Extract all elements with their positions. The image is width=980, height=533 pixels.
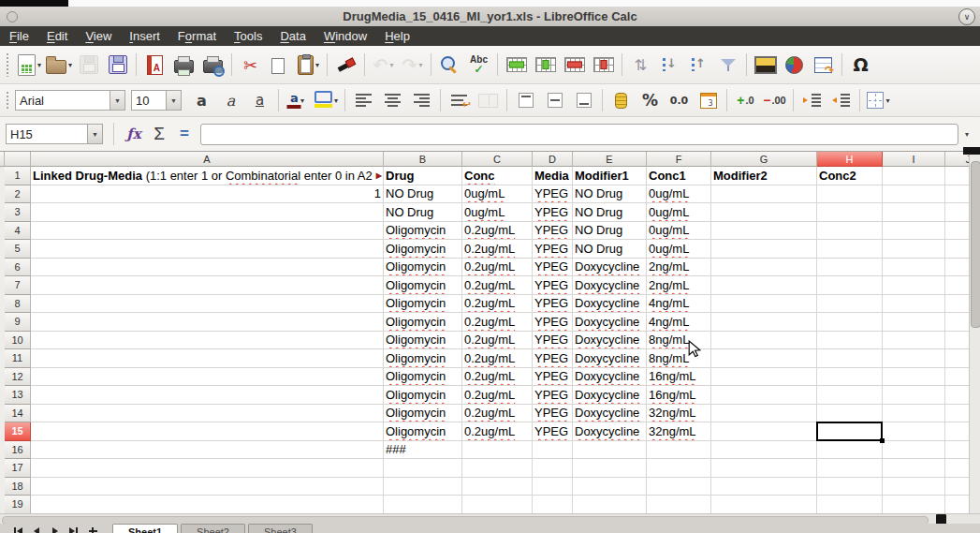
horizontal-scrollbar[interactable]: [0, 513, 980, 524]
cell-A6[interactable]: [31, 259, 384, 277]
cell-J8[interactable]: [945, 295, 969, 314]
cell-I1[interactable]: [883, 167, 945, 185]
delete-decimal-button[interactable]: [760, 86, 789, 114]
cell-G16[interactable]: [711, 441, 817, 460]
column-header-I[interactable]: I: [883, 152, 945, 167]
cell-D4[interactable]: YPEG: [533, 222, 573, 241]
row-header-1[interactable]: 1: [5, 167, 31, 185]
column-header-B[interactable]: B: [384, 152, 462, 167]
cell-G14[interactable]: [711, 405, 817, 423]
sort-button[interactable]: ⇅: [626, 51, 655, 79]
cell-I7[interactable]: [883, 276, 945, 295]
expand-formula-bar-button[interactable]: ▾: [965, 130, 974, 139]
cell-E3[interactable]: NO Drug: [573, 203, 647, 222]
cell-C5[interactable]: 0.2ug/mL: [462, 240, 533, 259]
align-left-button[interactable]: [349, 86, 378, 114]
cell-C9[interactable]: 0.2ug/mL: [462, 313, 533, 332]
cell-E17[interactable]: [573, 459, 647, 478]
cell-F3[interactable]: 0ug/mL: [647, 203, 711, 222]
cell-F5[interactable]: 0ug/mL: [647, 240, 711, 259]
cell-J17[interactable]: [945, 459, 969, 478]
cell-E7[interactable]: Doxycycline: [573, 276, 647, 295]
row-header-10[interactable]: 10: [5, 332, 31, 350]
cell-I17[interactable]: [883, 459, 945, 478]
cell-B12[interactable]: Oligomycin: [384, 368, 462, 387]
cell-B16[interactable]: ###: [384, 441, 462, 460]
cell-A9[interactable]: [31, 313, 384, 332]
sheet-tab-sheet3[interactable]: Sheet3: [248, 524, 313, 533]
cell-D11[interactable]: YPEG: [533, 349, 573, 368]
cell-J14[interactable]: [945, 405, 969, 423]
cell-F17[interactable]: [647, 459, 711, 478]
currency-format-button[interactable]: [607, 86, 636, 114]
cell-B10[interactable]: Oligomycin: [384, 332, 462, 350]
cell-D1[interactable]: Media: [533, 167, 573, 185]
cell-C10[interactable]: 0.2ug/mL: [462, 332, 533, 350]
cell-H13[interactable]: [817, 386, 883, 405]
dropdown-arrow-icon[interactable]: ▾: [300, 96, 304, 105]
cell-G19[interactable]: [711, 496, 817, 513]
cell-J6[interactable]: [945, 259, 969, 277]
menu-data[interactable]: Data: [280, 29, 305, 43]
row-header-15[interactable]: 15: [5, 422, 31, 441]
cell-A10[interactable]: [31, 332, 384, 350]
row-header-19[interactable]: 19: [5, 496, 31, 513]
cell-G8[interactable]: [711, 295, 817, 314]
row-header-16[interactable]: 16: [5, 441, 31, 460]
cell-H11[interactable]: [817, 349, 883, 368]
cell-J12[interactable]: [945, 368, 969, 387]
cell-G2[interactable]: [711, 185, 817, 204]
cell-D5[interactable]: YPEG: [533, 240, 573, 259]
add-sheet-button[interactable]: [86, 526, 99, 533]
row-header-8[interactable]: 8: [5, 295, 31, 314]
cell-D3[interactable]: YPEG: [533, 203, 573, 222]
print-preview-button[interactable]: [198, 51, 227, 79]
cell-D17[interactable]: [533, 459, 573, 478]
cell-G11[interactable]: [711, 349, 817, 368]
cell-I12[interactable]: [883, 368, 945, 387]
cell-H7[interactable]: [817, 276, 883, 295]
cell-A12[interactable]: [31, 368, 384, 387]
cell-I9[interactable]: [883, 313, 945, 332]
cell-D15[interactable]: YPEG: [533, 422, 573, 441]
fill-handle[interactable]: [880, 438, 885, 443]
cell-G18[interactable]: [711, 478, 817, 496]
cell-H17[interactable]: [817, 459, 883, 478]
cell-G4[interactable]: [711, 222, 817, 241]
formula-button[interactable]: =: [175, 122, 194, 146]
insert-pivot-button[interactable]: [809, 51, 838, 79]
cell-C6[interactable]: 0.2ug/mL: [462, 259, 533, 277]
menu-help[interactable]: Help: [385, 29, 410, 43]
open-button[interactable]: ▾: [44, 51, 74, 79]
cell-A18[interactable]: [31, 478, 384, 496]
row-header-5[interactable]: 5: [5, 240, 31, 259]
cell-D8[interactable]: YPEG: [533, 295, 573, 314]
cell-J11[interactable]: [945, 349, 969, 368]
cell-D14[interactable]: YPEG: [533, 405, 573, 423]
column-header-F[interactable]: F: [647, 152, 711, 167]
first-sheet-button[interactable]: [11, 526, 24, 533]
export-pdf-button[interactable]: [140, 51, 169, 79]
new-button[interactable]: ▾: [15, 51, 44, 79]
cell-E9[interactable]: Doxycycline: [573, 313, 647, 332]
cell-A13[interactable]: [31, 386, 384, 405]
font-name-input[interactable]: [15, 90, 110, 111]
cell-H19[interactable]: [817, 496, 883, 513]
cell-B13[interactable]: Oligomycin: [384, 386, 462, 405]
cell-G17[interactable]: [711, 459, 817, 478]
insert-chart-button[interactable]: [780, 51, 809, 79]
cell-H16[interactable]: [817, 441, 883, 460]
add-decimal-button[interactable]: [731, 86, 760, 114]
cell-G13[interactable]: [711, 386, 817, 405]
toolbar-grip[interactable]: [6, 52, 9, 77]
cell-B19[interactable]: [384, 496, 462, 513]
cell-C4[interactable]: 0.2ug/mL: [462, 222, 533, 241]
next-sheet-button[interactable]: [49, 526, 62, 533]
cell-D18[interactable]: [533, 478, 573, 496]
column-header-D[interactable]: D: [533, 152, 573, 167]
cell-H5[interactable]: [817, 240, 883, 259]
cell-B8[interactable]: Oligomycin: [384, 295, 462, 314]
cell-A16[interactable]: [31, 441, 384, 460]
cell-B9[interactable]: Oligomycin: [384, 313, 462, 332]
cell-B18[interactable]: [384, 478, 462, 496]
